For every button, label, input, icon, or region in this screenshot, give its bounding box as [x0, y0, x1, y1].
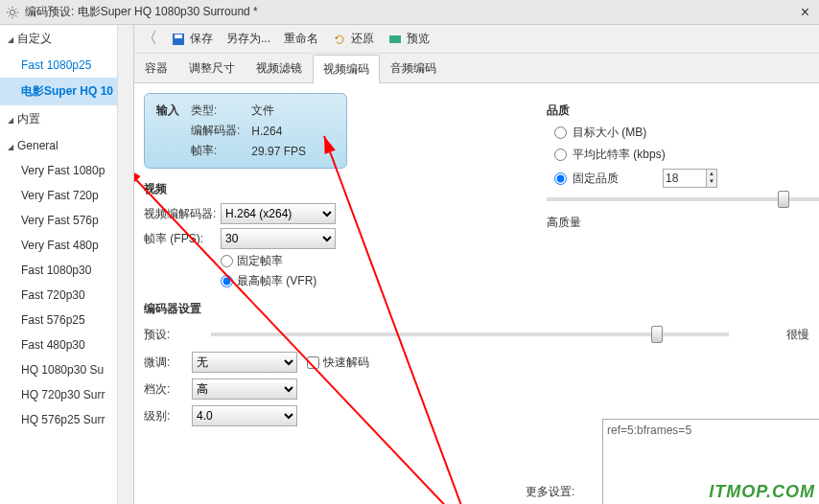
sidebar-item[interactable]: 电影Super HQ 10: [0, 78, 133, 105]
quality-spinner[interactable]: 18: [663, 169, 707, 188]
save-label: 保存: [190, 31, 213, 47]
input-fps-value: 29.97 FPS: [251, 142, 316, 160]
sidebar-item[interactable]: HQ 720p30 Surr: [0, 382, 133, 407]
sidebar-group-general[interactable]: General: [0, 133, 133, 158]
save-button[interactable]: 保存: [171, 31, 213, 47]
sidebar-item[interactable]: HQ 1080p30 Su: [0, 357, 133, 382]
input-fps-label: 帧率:: [191, 142, 249, 160]
sidebar-item[interactable]: Fast 1080p30: [0, 258, 133, 283]
preset-slow-label: 很慢: [786, 327, 809, 343]
tabs: 容器 调整尺寸 视频滤镜 视频编码 音频编码: [134, 54, 819, 83]
fast-decode-label: 快速解码: [323, 355, 369, 371]
saveas-button[interactable]: 另存为...: [226, 31, 270, 47]
video-encoder-select[interactable]: H.264 (x264): [221, 203, 336, 224]
sidebar-group-builtin[interactable]: 内置: [0, 105, 133, 133]
sidebar-item[interactable]: Fast 480p30: [0, 332, 133, 357]
gear-icon: [6, 6, 19, 19]
window-title: 编码预设: 电影Super HQ 1080p30 Surround *: [25, 4, 797, 20]
revert-button[interactable]: 还原: [332, 31, 374, 47]
preview-button[interactable]: 预览: [387, 31, 430, 47]
sidebar-item[interactable]: Fast 576p25: [0, 308, 133, 332]
more-settings-label: 更多设置:: [526, 484, 574, 500]
fixed-fps-radio[interactable]: [221, 255, 233, 267]
sidebar-item[interactable]: Very Fast 576p: [0, 208, 133, 233]
sidebar-group-custom[interactable]: 自定义: [0, 25, 133, 53]
video-fps-select[interactable]: 30: [221, 228, 336, 249]
quality-section-title: 品质: [547, 103, 819, 119]
fixed-quality-radio[interactable]: [554, 172, 567, 185]
profile-label: 档次:: [144, 381, 192, 398]
revert-label: 还原: [351, 31, 374, 47]
close-icon[interactable]: ×: [797, 4, 813, 21]
fixed-fps-label: 固定帧率: [237, 253, 283, 269]
fast-decode-checkbox[interactable]: [307, 356, 319, 369]
tune-select[interactable]: 无: [192, 352, 297, 373]
sidebar-item[interactable]: Very Fast 480p: [0, 233, 133, 258]
input-type-value: 文件: [251, 102, 316, 120]
input-codec-value: H.264: [251, 122, 316, 140]
sidebar-item[interactable]: Fast 1080p25: [0, 53, 133, 78]
rename-button[interactable]: 重命名: [284, 31, 318, 47]
video-fps-label: 帧率 (FPS):: [144, 231, 221, 247]
quality-spinner-buttons[interactable]: ▲▼: [706, 169, 717, 188]
video-encoder-label: 视频编解码器:: [144, 206, 221, 222]
tune-label: 微调:: [144, 355, 192, 371]
tab-videoencode[interactable]: 视频编码: [313, 55, 380, 83]
svg-rect-2: [175, 34, 182, 38]
preset-label: 预设:: [144, 327, 192, 343]
level-select[interactable]: 4.0: [192, 405, 297, 426]
tab-resize[interactable]: 调整尺寸: [178, 54, 246, 82]
sidebar-item[interactable]: Very Fast 720p: [0, 183, 133, 208]
svg-rect-3: [389, 35, 401, 43]
target-size-radio[interactable]: [554, 126, 567, 139]
encoder-section-title: 编码器设置: [144, 301, 809, 317]
revert-icon: [332, 32, 347, 47]
save-icon: [171, 32, 186, 47]
sidebar: 自定义 Fast 1080p25 电影Super HQ 10 内置 Genera…: [0, 25, 134, 504]
input-header: 输入: [156, 102, 189, 120]
preview-icon: [387, 32, 403, 47]
peak-fps-radio[interactable]: [221, 275, 233, 287]
svg-point-0: [10, 10, 14, 14]
quality-slider[interactable]: [547, 197, 819, 201]
fixed-quality-label: 固定品质: [573, 171, 619, 187]
back-button[interactable]: 〈: [142, 29, 157, 49]
avg-bitrate-label: 平均比特率 (kbps): [573, 147, 666, 163]
input-codec-label: 编解码器:: [191, 122, 249, 140]
input-summary-box: 输入 类型: 文件 编解码器: H.264 帧率: 29.97 FPS: [144, 93, 347, 169]
sidebar-item[interactable]: Very Fast 1080p: [0, 158, 133, 183]
avg-bitrate-radio[interactable]: [554, 149, 567, 161]
preset-slider[interactable]: [211, 323, 760, 346]
toolbar: 〈 保存 另存为... 重命名 还原 预览: [134, 25, 819, 54]
level-label: 级别:: [144, 408, 192, 424]
peak-fps-label: 最高帧率 (VFR): [237, 273, 316, 289]
watermark: ITMOP.COM: [709, 482, 815, 502]
tab-videofilter[interactable]: 视频滤镜: [246, 54, 313, 82]
preview-label: 预览: [407, 31, 430, 47]
hq-label: 高质量: [547, 215, 581, 231]
tab-audioencode[interactable]: 音频编码: [380, 54, 447, 82]
input-type-label: 类型:: [191, 102, 249, 120]
profile-select[interactable]: 高: [192, 378, 297, 400]
tab-container[interactable]: 容器: [134, 54, 178, 82]
sidebar-item[interactable]: HQ 576p25 Surr: [0, 407, 133, 432]
target-size-label: 目标大小 (MB): [573, 125, 646, 141]
sidebar-item[interactable]: Fast 720p30: [0, 283, 133, 308]
